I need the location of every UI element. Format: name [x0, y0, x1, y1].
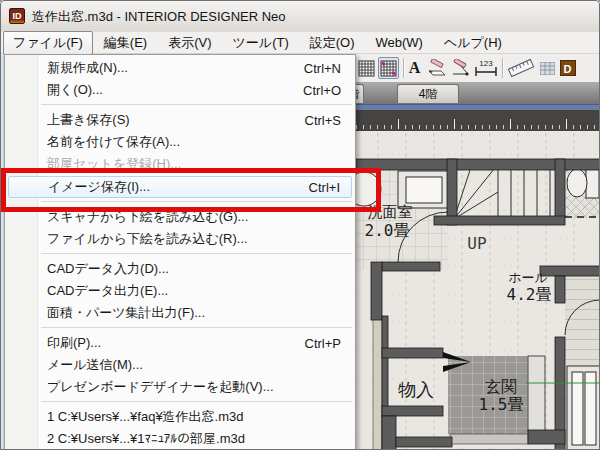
svg-text:123: 123 [479, 59, 493, 68]
menu-item-cad-import[interactable]: CADデータ入力(D)... [5, 258, 355, 280]
menubar-item-view[interactable]: 表示(V) [158, 31, 221, 55]
menu-item-recent-file-1[interactable]: 1 C:¥Users¥...¥faq¥造作出窓.m3d [5, 406, 355, 428]
menubar-item-file[interactable]: ファイル(F) [3, 31, 93, 55]
vanity-basin [406, 177, 442, 203]
menu-bar: ファイル(F) 編集(E) 表示(V) ツール(T) 設定(O) Web(W) … [0, 32, 600, 54]
menu-item-save-as[interactable]: 名前を付けて保存(A)... [5, 131, 355, 153]
toolbar-separator [403, 58, 404, 78]
menu-item-send-mail[interactable]: メール送信(M)... [5, 354, 355, 376]
menu-item-new[interactable]: 新規作成(N)... Ctrl+N [5, 57, 355, 79]
grid-icon[interactable] [356, 57, 376, 79]
table-icon[interactable] [538, 57, 556, 79]
label-hall: ホール [508, 270, 548, 285]
dimension-123-icon[interactable]: 123 [473, 57, 499, 79]
window-title: 造作出窓.m3d - INTERIOR DESIGNER Neo [32, 8, 286, 26]
menubar-item-tools[interactable]: ツール(T) [223, 31, 299, 55]
toilet-bowl [567, 169, 587, 197]
label-washroom-size: 2.0畳 [365, 221, 410, 240]
eraser-pencil-icon[interactable] [425, 57, 448, 79]
menu-item-print[interactable]: 印刷(P)... Ctrl+P [5, 332, 355, 354]
file-menu-dropdown: 新規作成(N)... Ctrl+N 開く(O)... Ctrl+O 上書き保存(… [4, 54, 356, 450]
annotation-red-rectangle [1, 168, 381, 212]
menu-separator [41, 104, 352, 105]
menu-item-save[interactable]: 上書き保存(S) Ctrl+S [5, 109, 355, 131]
toilet-tank [586, 168, 599, 198]
label-entrance: 玄関 [485, 377, 517, 396]
label-hall-size: 4.2畳 [507, 285, 552, 304]
menu-separator [41, 327, 352, 328]
menu-separator [41, 401, 352, 402]
menubar-item-settings[interactable]: 設定(O) [300, 31, 365, 55]
angle-pencil-icon[interactable] [449, 57, 472, 79]
tab-floor-4[interactable]: 4階 [397, 84, 459, 103]
app-window: ID 造作出窓.m3d - INTERIOR DESIGNER Neo ファイル… [0, 0, 600, 450]
menubar-item-web[interactable]: Web(W) [366, 32, 433, 53]
menu-item-file-underlay[interactable]: ファイルから下絵を読み込む(R)... [5, 228, 355, 250]
menu-item-open[interactable]: 開く(O)... Ctrl+O [5, 79, 355, 101]
menubar-item-edit[interactable]: 編集(E) [94, 31, 157, 55]
designer-d-icon[interactable]: D [559, 57, 576, 79]
toolbar-separator [502, 58, 503, 78]
menu-item-recent-file-2[interactable]: 2 C:¥Users¥...¥1ﾏﾆｭｱﾙの部屋.m3d [5, 428, 355, 450]
menu-item-launch-presen-board[interactable]: プレゼンボードデザイナーを起動(V)... [5, 376, 355, 398]
menu-item-cad-export[interactable]: CADデータ出力(E)... [5, 280, 355, 302]
title-bar: ID 造作出窓.m3d - INTERIOR DESIGNER Neo [0, 0, 600, 33]
label-entrance-size: 1.5畳 [479, 395, 524, 414]
menubar-item-help[interactable]: ヘルプ(H) [434, 31, 512, 55]
menu-item-area-parts-output[interactable]: 面積・パーツ集計出力(F)... [5, 302, 355, 324]
menu-separator [41, 253, 352, 254]
text-icon[interactable]: A [406, 57, 423, 79]
label-closet: 物入 [398, 379, 434, 400]
app-icon: ID [9, 8, 25, 24]
label-up: UP [467, 234, 486, 253]
snap-grid-icon[interactable] [378, 57, 399, 79]
ruler-icon[interactable] [506, 57, 536, 79]
